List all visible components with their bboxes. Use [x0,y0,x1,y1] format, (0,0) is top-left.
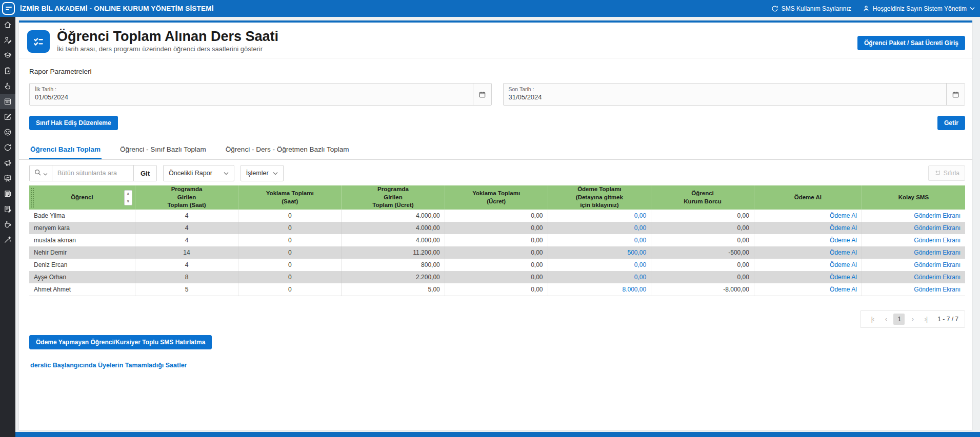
odeme-al-link-cell: Ödeme Al [754,222,862,234]
megaphone-icon [4,159,12,167]
yoklama-ucret-cell: 0,00 [445,234,548,246]
getir-button[interactable]: Getir [937,116,965,130]
first-page-button[interactable]: |‹ [867,314,878,325]
sidebar-item-presentation-chart[interactable] [0,171,15,186]
sidebar-item-hand-pointer[interactable] [0,78,15,94]
odeme-toplami-link[interactable]: 0,00 [634,261,646,268]
first-date-field[interactable]: İlk Tarih : 01/05/2024 [29,83,492,106]
tab-ogrenci-ders-ogretmen-bazli-toplam[interactable]: Öğrenci - Ders - Öğretmen Bazlı Toplam [225,142,350,159]
sidebar-item-clipboard[interactable] [0,63,15,78]
table-row: Deniz Ercan40800,000,000,000,00Ödeme AlG… [29,259,965,271]
report-select[interactable]: Öncelikli Rapor [163,165,234,181]
welcome-label: Hoşgeldiniz Sayın Sistem Yönetim [873,5,967,12]
next-page-button[interactable]: › [907,314,918,325]
sidebar-item-coffee-cup[interactable] [0,217,15,232]
odeme-al-link[interactable]: Ödeme Al [830,261,857,268]
column-header-2[interactable]: Yoklama Toplamı (Saat) [238,185,342,210]
odeme-toplami-link[interactable]: 0,00 [634,224,646,232]
search-group: Git [29,165,157,181]
odeme-al-link[interactable]: Ödeme Al [830,212,857,219]
last-date-value[interactable]: 31/05/2024 [509,93,942,101]
sort-control[interactable]: ∧∨ [124,190,132,205]
student-name-cell: Bade Yilma [29,210,135,222]
sidebar-item-sms-circular-arrow[interactable] [0,140,15,155]
gonderim-ekrani-link[interactable]: Gönderim Ekranı [914,261,961,268]
odeme-al-link-cell: Ödeme Al [754,210,862,222]
column-header-3[interactable]: Programda Girilen Toplam (Ücret) [342,185,445,210]
odeme-al-link[interactable]: Ödeme Al [830,249,857,256]
prog-saat-cell: 8 [135,271,238,283]
column-header-5[interactable]: Ödeme Toplamı (Detayına gitmek için tıkl… [548,185,651,210]
column-header-1[interactable]: Programda Girilen Toplam (Saat) [135,185,238,210]
odeme-toplami-link[interactable]: 0,00 [634,274,646,281]
prog-saat-cell: 4 [135,210,238,222]
user-edit-icon [4,36,12,44]
tab-ogrenci-sinif-bazli-toplam[interactable]: Öğrenci - Sınıf Bazlı Toplam [119,142,207,159]
search-input[interactable] [52,165,133,181]
sidebar-item-home[interactable] [0,17,15,32]
kurum-borcu-cell: 0,00 [651,210,754,222]
odeme-al-link[interactable]: Ödeme Al [830,286,857,293]
tamamlanan-saatler-link[interactable]: derslic Başlangıcında Üyelerin Tamamladı… [30,362,187,369]
current-page-button[interactable]: 1 [893,314,905,325]
sidebar-item-magic-wand[interactable] [0,232,15,247]
column-header-0[interactable]: Öğrenci∧∨ [29,185,135,210]
previous-page-button[interactable]: ‹ [880,314,891,325]
islemler-menu-button[interactable]: İşlemler [241,165,284,181]
user-menu[interactable]: Hoşgeldiniz Sayın Sistem Yönetim [863,5,975,12]
column-header-8[interactable]: Kolay SMS [862,185,965,210]
odeme-toplami-link-cell: 0,00 [548,210,651,222]
sms-usage-menu[interactable]: SMS Kullanım Sayılarınız [771,5,851,12]
first-date-calendar-button[interactable] [473,84,491,105]
sinif-hak-edis-button[interactable]: Sınıf Hak Ediş Düzenleme [29,116,118,130]
first-date-value[interactable]: 01/05/2024 [35,93,468,101]
sidebar-item-document-tools[interactable] [0,201,15,217]
gonderim-ekrani-link-cell: Gönderim Ekranı [862,246,965,259]
sidebar-item-edit-square[interactable] [0,109,15,124]
odeme-toplami-link[interactable]: 0,00 [634,237,646,244]
odeme-al-link[interactable]: Ödeme Al [830,274,857,281]
menu-toggle-button[interactable] [2,2,15,15]
git-button[interactable]: Git [133,165,156,181]
odeme-al-link[interactable]: Ödeme Al [830,237,857,244]
last-date-field[interactable]: Son Tarih : 31/05/2024 [503,83,966,106]
last-page-button[interactable]: ›| [920,314,931,325]
toplu-sms-hatirlatma-button[interactable]: Ödeme Yapmayan Öğrenci/Kursiyer Toplu SM… [29,335,212,349]
student-name-cell: Ahmet Ahmet [29,283,135,296]
sidebar-item-newspaper[interactable] [0,186,15,201]
sort-asc-icon[interactable]: ∧ [126,192,130,196]
odeme-toplami-link[interactable]: 0,00 [634,212,646,219]
main-region: Öğrenci Toplam Alınan Ders Saati İki tar… [15,17,980,437]
column-header-label: Ödeme Toplamı (Detayına gitmek için tıkl… [548,185,651,210]
gonderim-ekrani-link[interactable]: Gönderim Ekranı [914,249,961,256]
odeme-toplami-link-cell: 0,00 [548,234,651,246]
sort-desc-icon[interactable]: ∨ [126,199,130,203]
ogrenci-paket-saat-ucreti-button[interactable]: Öğrenci Paket / Saat Ücreti Giriş [857,36,965,50]
tab-ogrenci-bazli-toplam[interactable]: Öğrenci Bazlı Toplam [29,142,102,159]
table-row: Nehir Demir14011.200,000,00500,00-500,00… [29,246,965,259]
last-date-calendar-button[interactable] [946,84,965,105]
sidebar-item-megaphone[interactable] [0,155,15,171]
column-header-7[interactable]: Ödeme Al [754,185,862,210]
gonderim-ekrani-link[interactable]: Gönderim Ekranı [914,237,961,244]
gonderim-ekrani-link[interactable]: Gönderim Ekranı [914,286,961,293]
column-header-label: Programda Girilen Toplam (Saat) [135,185,238,210]
sifirla-button[interactable]: Sıfırla [928,165,965,181]
sidebar-item-user-edit[interactable] [0,32,15,48]
column-header-6[interactable]: Öğrenci Kurum Borcu [651,185,754,210]
odeme-toplami-link[interactable]: 500,00 [627,249,646,256]
odeme-toplami-link[interactable]: 8.000,00 [622,286,646,293]
sidebar-item-smiley[interactable] [0,124,15,140]
search-column-selector[interactable] [30,165,52,181]
first-date-label: İlk Tarih : [35,86,468,92]
chevron-down-icon [224,170,229,177]
odeme-al-link[interactable]: Ödeme Al [830,224,857,232]
prog-ucret-cell: 4.000,00 [342,234,445,246]
sidebar-item-graduation-cap[interactable] [0,48,15,63]
column-header-4[interactable]: Yoklama Toplamı (Ücret) [445,185,548,210]
gonderim-ekrani-link[interactable]: Gönderim Ekranı [914,212,961,219]
sidebar-item-calendar[interactable] [0,94,15,109]
gonderim-ekrani-link[interactable]: Gönderim Ekranı [914,224,961,232]
column-header-label: Ödeme Al [754,194,862,202]
gonderim-ekrani-link[interactable]: Gönderim Ekranı [914,274,961,281]
